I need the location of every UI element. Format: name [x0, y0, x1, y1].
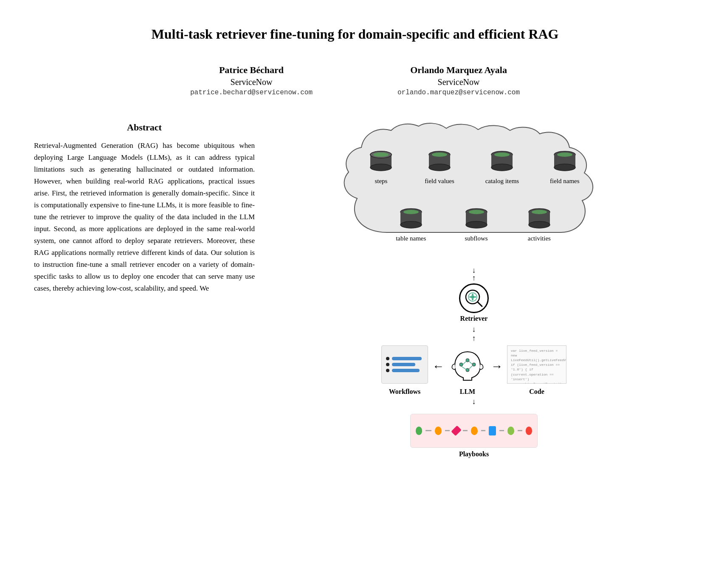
svg-point-35: [472, 299, 473, 300]
db-label-field-names: field names: [550, 178, 580, 185]
abstract-title: Abstract: [34, 122, 255, 133]
diagram-section: steps field values: [272, 122, 676, 458]
authors-section: Patrice Béchard ServiceNow patrice.becha…: [34, 65, 676, 96]
workflows-label: Workflows: [389, 388, 421, 396]
svg-point-4: [373, 153, 389, 157]
code-icon: var live_feed_version = new LiveFeedUtil…: [507, 345, 566, 384]
db-item-subflows: subflows: [464, 208, 489, 242]
playbook-shape-red: [526, 427, 532, 435]
playbook-shape-diamond: [451, 425, 462, 436]
svg-point-24: [469, 210, 484, 214]
author-1-email: patrice.bechard@servicenow.com: [190, 89, 313, 96]
playbooks-section: Playbooks: [410, 414, 538, 458]
db-item-field-names: field names: [550, 150, 580, 185]
playbook-shape-orange2: [471, 427, 477, 435]
code-item: var live_feed_version = new LiveFeedUtil…: [507, 345, 566, 396]
code-snippet-text: var live_feed_version = new LiveFeedUtil…: [511, 349, 566, 384]
db-label-field-values: field values: [425, 178, 454, 185]
playbook-shape-green: [416, 427, 422, 435]
abstract-section: Abstract Retrieval-Augmented Generation …: [34, 122, 255, 458]
playbooks-icon: [410, 414, 538, 448]
playbook-connector-4: [481, 430, 486, 431]
arrow-llm-code: →: [491, 359, 503, 373]
svg-point-33: [474, 296, 476, 298]
db-item-field-values: field values: [425, 150, 454, 185]
arrow-workflows-llm: ←: [432, 359, 444, 373]
svg-point-42: [466, 359, 469, 362]
playbooks-label: Playbooks: [459, 450, 489, 458]
author-1: Patrice Béchard ServiceNow patrice.becha…: [190, 65, 313, 96]
playbook-shape-orange: [435, 427, 441, 435]
author-1-affiliation: ServiceNow: [190, 77, 313, 87]
retriever-block: Retriever: [459, 283, 489, 322]
svg-point-8: [432, 153, 447, 157]
db-item-catalog-items: catalog items: [485, 150, 519, 185]
db-label-steps: steps: [375, 178, 387, 185]
llm-item: LLM: [448, 345, 487, 396]
main-content: Abstract Retrieval-Augmented Generation …: [34, 122, 676, 458]
page-title: Multi-task retriever fine-tuning for dom…: [34, 25, 676, 43]
author-2-affiliation: ServiceNow: [397, 77, 520, 87]
workflows-item: Workflows: [381, 345, 428, 396]
cloud-items: steps field values: [336, 122, 612, 262]
db-item-activities: activities: [527, 208, 552, 242]
llm-label: LLM: [460, 388, 475, 396]
db-item-steps: steps: [368, 150, 394, 185]
author-2-email: orlando.marquez@servicenow.com: [397, 89, 520, 96]
db-label-table-names: table names: [396, 235, 426, 242]
svg-point-2: [370, 164, 392, 171]
svg-point-28: [532, 210, 547, 214]
svg-point-12: [494, 153, 510, 157]
playbook-connector-6: [518, 430, 522, 431]
svg-point-34: [472, 294, 473, 295]
svg-point-43: [472, 363, 476, 366]
svg-point-15: [554, 164, 575, 171]
bottom-row: Workflows ←: [381, 345, 566, 396]
retriever-label: Retriever: [460, 315, 488, 322]
db-label-subflows: subflows: [465, 235, 488, 242]
svg-point-32: [469, 296, 471, 298]
author-1-name: Patrice Béchard: [190, 65, 313, 76]
arrow-llm-to-playbooks: ↓: [472, 397, 476, 406]
svg-point-19: [400, 221, 422, 228]
retriever-icon: [459, 283, 489, 313]
playbook-connector-1: [425, 430, 431, 431]
svg-point-11: [491, 164, 513, 171]
svg-point-41: [459, 363, 463, 366]
db-label-activities: activities: [528, 235, 551, 242]
svg-point-16: [557, 153, 572, 157]
svg-point-20: [403, 210, 419, 214]
code-label: Code: [529, 388, 544, 396]
cloud-diagram: steps field values: [336, 122, 612, 262]
svg-point-7: [429, 164, 450, 171]
workflows-icon: [381, 345, 428, 384]
playbook-connector-5: [499, 430, 504, 431]
playbook-shape-ltgreen: [507, 427, 514, 435]
svg-line-40: [478, 302, 482, 306]
arrow-retriever-to-llm: ↓ ↑: [472, 325, 476, 343]
abstract-text: Retrieval-Augmented Generation (RAG) has…: [34, 140, 255, 295]
llm-icon: [448, 345, 487, 384]
svg-point-44: [466, 368, 469, 372]
svg-point-23: [466, 221, 487, 228]
arrow-cloud-to-retriever: ↓ ↑: [472, 266, 476, 282]
author-2: Orlando Marquez Ayala ServiceNow orlando…: [397, 65, 520, 96]
playbook-shape-blue: [489, 426, 496, 435]
db-label-catalog-items: catalog items: [485, 178, 519, 185]
playbook-connector-3: [463, 430, 468, 431]
svg-point-27: [529, 221, 550, 228]
playbook-connector-2: [445, 430, 450, 431]
author-2-name: Orlando Marquez Ayala: [397, 65, 520, 76]
db-item-table-names: table names: [396, 208, 426, 242]
